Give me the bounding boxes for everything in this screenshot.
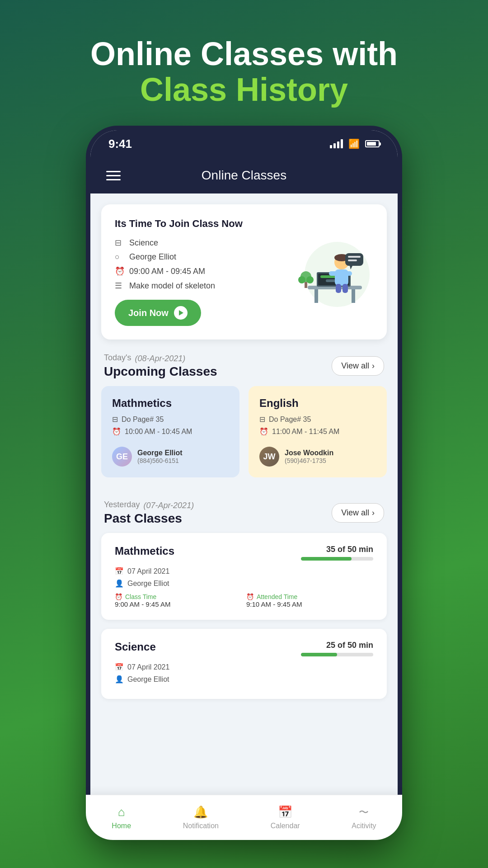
task-icon: ☰ [115,281,125,291]
past-math-attended-label: Attended Time [257,593,297,600]
past-math-progress-area: 35 of 50 min [301,545,373,561]
past-view-all-label: View all [341,508,369,518]
past-math-teacher-row: 👤 George Elliot [115,579,373,588]
home-icon: ⌂ [118,805,125,819]
clock-icon: ⏰ [259,427,268,436]
wifi-icon: 📶 [348,138,360,149]
upcoming-view-all-button[interactable]: View all › [332,356,384,376]
upcoming-english-card[interactable]: English ⊟ Do Page# 35 ⏰ 11:00 AM - 11:45… [249,386,387,477]
book-icon: ⊟ [259,415,265,424]
past-chevron-icon: › [372,508,375,518]
content-scroll[interactable]: Its Time To Join Class Now ⊟ Science ○ G… [90,193,398,835]
upcoming-view-all-label: View all [341,361,369,371]
past-math-progress-bar [301,557,373,561]
svg-rect-2 [314,289,318,303]
past-date: (07-Apr-2021) [143,501,194,510]
past-title: Past Classes [104,511,194,526]
english-teacher-phone: (590)467-1735 [285,457,333,464]
join-illustration [292,231,373,313]
nav-home-label: Home [112,822,131,830]
calendar-nav-icon: 📅 [278,805,292,819]
nav-activity-label: Acitivity [352,822,376,830]
past-math-date-row: 📅 07 April 2021 [115,567,373,576]
past-math-class-time-label: Class Time [125,593,156,600]
bottom-nav: ⌂ Home 🔔 Notification 📅 Calendar 〜 Aciti… [90,795,398,835]
upcoming-header: Today's (08-Apr-2021) Upcoming Classes V… [90,340,398,386]
upcoming-label: Today's [104,353,131,363]
past-science-teacher: George Elliot [127,675,169,684]
clock-icon: ⏰ [115,593,122,600]
svg-rect-22 [348,259,357,261]
past-math-progress-label: 35 of 50 min [301,545,373,554]
clock-icon: ⏰ [112,427,121,436]
join-now-button[interactable]: Join Now [115,300,201,326]
hero-title-line1: Online Classes with [90,36,398,72]
svg-rect-14 [343,284,348,293]
nav-activity[interactable]: 〜 Acitivity [352,806,376,830]
join-teacher-row: ○ George Elliot [115,252,292,262]
nav-notification[interactable]: 🔔 Notification [183,805,219,830]
george-avatar: GE [112,447,132,467]
past-science-date: 07 April 2021 [127,663,169,671]
past-science-progress-fill [301,653,337,656]
person-icon: ○ [115,252,125,262]
phone-inner: 9:41 📶 Online Classes It [90,130,398,835]
jose-avatar: JW [259,447,279,467]
math-teacher-phone: (884)560-6151 [137,457,183,464]
math-teacher-info: George Elliot (884)560-6151 [137,449,183,464]
past-math-name: Mathmetics [115,545,174,557]
past-math-time-grid: ⏰ Class Time 9:00 AM - 9:45 AM ⏰ Attende… [115,593,373,608]
bell-icon: 🔔 [193,805,208,819]
svg-point-17 [298,276,305,283]
upcoming-chevron-icon: › [372,361,375,371]
join-card-title: Its Time To Join Class Now [115,218,292,230]
join-subject-row: ⊟ Science [115,238,292,248]
math-teacher-row: GE George Elliot (884)560-6151 [112,447,229,467]
upcoming-math-card[interactable]: Mathmetics ⊟ Do Page# 35 ⏰ 10:00 AM - 10… [101,386,239,477]
past-science-progress-bar [301,653,373,656]
nav-calendar[interactable]: 📅 Calendar [271,805,300,830]
past-view-all-button[interactable]: View all › [332,503,384,523]
status-bar: 9:41 📶 [90,130,398,157]
past-science-name: Science [115,641,156,653]
upcoming-class-cards: Mathmetics ⊟ Do Page# 35 ⏰ 10:00 AM - 10… [90,386,398,486]
past-math-attended-time-cell: ⏰ Attended Time 9:10 AM - 9:45 AM [246,593,373,608]
nav-calendar-label: Calendar [271,822,300,830]
hamburger-menu[interactable] [106,171,121,180]
past-math-attended-value: 9:10 AM - 9:45 AM [246,600,373,608]
join-time-row: ⏰ 09:00 AM - 09:45 AM [115,266,292,276]
past-math-card: Mathmetics 35 of 50 min 📅 07 April 2021 … [101,533,387,620]
past-math-date: 07 April 2021 [127,567,169,576]
clock-icon: ⏰ [115,266,125,276]
join-now-label: Join Now [128,308,169,318]
english-card-time: ⏰ 11:00 AM - 11:45 AM [259,427,376,436]
activity-icon: 〜 [359,806,369,819]
english-teacher-info: Jose Woodkin (590)467-1735 [285,449,333,464]
join-task: Make model of skeleton [129,281,215,291]
svg-point-18 [306,276,314,283]
past-math-class-time-cell: ⏰ Class Time 9:00 AM - 9:45 AM [115,593,242,608]
english-teacher-name: Jose Woodkin [285,449,333,457]
calendar-icon: 📅 [115,663,124,671]
nav-home[interactable]: ⌂ Home [112,805,131,830]
past-math-teacher: George Elliot [127,580,169,588]
english-card-name: English [259,397,376,410]
app-header: Online Classes [90,157,398,193]
nav-notification-label: Notification [183,822,219,830]
person-icon: 👤 [115,579,124,588]
math-card-time: ⏰ 10:00 AM - 10:45 AM [112,427,229,436]
svg-rect-3 [352,289,355,303]
svg-rect-12 [339,271,352,276]
past-header: Yesterday (07-Apr-2021) Past Classes Vie… [90,486,398,533]
past-science-teacher-row: 👤 George Elliot [115,675,373,684]
past-science-progress-label: 25 of 50 min [301,641,373,650]
join-time: 09:00 AM - 09:45 AM [129,267,205,276]
past-science-card: Science 25 of 50 min 📅 07 April 2021 👤 [101,629,387,699]
phone-frame: 9:41 📶 Online Classes It [86,126,402,840]
hero-section: Online Classes with Class History [90,36,398,108]
upcoming-title: Upcoming Classes [104,364,217,379]
math-teacher-name: George Elliot [137,449,183,457]
past-math-class-time-value: 9:00 AM - 9:45 AM [115,600,242,608]
book-icon: ⊟ [115,238,125,248]
join-class-card: Its Time To Join Class Now ⊟ Science ○ G… [101,204,387,340]
